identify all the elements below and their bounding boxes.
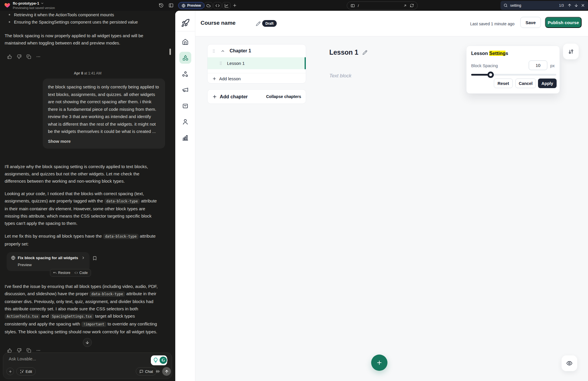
- preview-mode-button[interactable]: Preview: [178, 2, 204, 9]
- version-actions-pill: Restore Code: [50, 269, 91, 277]
- chapter-title: Chapter 1: [230, 48, 251, 54]
- sidebar-item-courses-active[interactable]: [179, 52, 191, 64]
- slider-thumb[interactable]: [487, 72, 494, 78]
- block-spacing-slider[interactable]: [471, 74, 556, 76]
- copy-icon[interactable]: [26, 348, 31, 353]
- community-icon[interactable]: [182, 71, 189, 78]
- apply-button[interactable]: Apply: [538, 79, 557, 88]
- drag-handle-icon[interactable]: [212, 49, 216, 53]
- timestamp-time: at 1:41 AM: [84, 71, 101, 75]
- more-options-icon[interactable]: [36, 348, 41, 353]
- bookmark-icon[interactable]: [92, 256, 97, 261]
- lesson-item-label: Lesson 1: [227, 61, 245, 66]
- megaphone-icon[interactable]: [182, 86, 189, 93]
- text-block-placeholder[interactable]: Text block: [329, 73, 351, 79]
- project-status: Previewing last saved version: [13, 6, 55, 10]
- cloud-button[interactable]: [204, 2, 212, 9]
- code-icon: [74, 271, 78, 275]
- store-bag-icon[interactable]: [182, 102, 189, 109]
- history-icon[interactable]: [159, 3, 164, 8]
- plus-icon: [376, 359, 383, 366]
- save-button[interactable]: Save: [520, 17, 541, 28]
- message-actions: [7, 54, 41, 59]
- user-icon[interactable]: [182, 118, 189, 125]
- lovable-logo-icon[interactable]: [4, 2, 10, 8]
- chat-mode-button[interactable]: Chat: [136, 367, 157, 375]
- thumbs-down-icon[interactable]: [17, 54, 22, 59]
- last-saved-text: Last saved 1 minute ago: [470, 22, 514, 26]
- preview-label: Preview: [187, 3, 201, 8]
- edit-lesson-title-icon[interactable]: [362, 50, 367, 55]
- analytics-button[interactable]: [222, 2, 230, 9]
- code-edit-card[interactable]: Fix block spacing for all widgets Previe…: [7, 252, 90, 271]
- search-input[interactable]: [510, 3, 557, 8]
- edit-mode-button[interactable]: Edit: [16, 367, 36, 375]
- chevron-right-icon: [81, 256, 85, 260]
- active-lesson-indicator: [305, 57, 306, 69]
- project-name[interactable]: flc-prototype-1: [13, 1, 44, 6]
- pages-icon: [351, 3, 355, 8]
- chapter-row[interactable]: Chapter 1: [208, 44, 306, 57]
- external-link-icon[interactable]: [403, 4, 407, 8]
- settings-toggle-button[interactable]: [563, 44, 579, 59]
- reset-button[interactable]: Reset: [494, 79, 513, 88]
- chat-scrollbar[interactable]: [169, 49, 171, 55]
- attach-button[interactable]: [6, 368, 14, 375]
- panel-layout-icon[interactable]: [169, 3, 174, 8]
- add-chapter-button[interactable]: Add chapter: [220, 94, 248, 99]
- settings-title-suffix: s: [505, 51, 508, 56]
- cloud-icon: [206, 3, 211, 8]
- analytics-bars-icon[interactable]: [182, 134, 189, 141]
- search-close-icon[interactable]: [581, 3, 585, 8]
- eye-icon: [566, 360, 573, 366]
- add-lesson-button[interactable]: Add lesson: [208, 73, 306, 83]
- collapse-chapters-button[interactable]: Collapse chapters: [266, 94, 301, 99]
- ask-lovable-input[interactable]: [9, 356, 134, 368]
- grammarly-widget[interactable]: G: [151, 355, 167, 365]
- grammarly-icon: G: [159, 356, 167, 364]
- plus-icon: [212, 76, 217, 81]
- search-next-icon[interactable]: [574, 3, 578, 8]
- add-lesson-label: Add lesson: [219, 76, 241, 81]
- edit-course-name-icon[interactable]: [256, 21, 261, 26]
- thumbs-down-icon[interactable]: [17, 348, 22, 353]
- search-prev-icon[interactable]: [567, 3, 572, 8]
- plus-icon: [212, 94, 217, 99]
- lesson-settings-popover: Lesson Settings Block Spacing px Reset C…: [466, 46, 560, 94]
- publish-course-button[interactable]: Publish course: [545, 17, 582, 28]
- cancel-button[interactable]: Cancel: [515, 79, 536, 88]
- lesson-list-item[interactable]: Lesson 1: [208, 57, 306, 69]
- more-options-icon[interactable]: [36, 54, 41, 59]
- preview-toggle-button[interactable]: [562, 355, 577, 371]
- add-block-fab[interactable]: [371, 355, 387, 371]
- app-preview-window: Course name Draft Last saved 1 minute ag…: [175, 11, 588, 381]
- lightbulb-icon: [153, 357, 158, 363]
- code-view-button[interactable]: [213, 2, 221, 9]
- restore-button[interactable]: Restore: [53, 271, 70, 275]
- send-button[interactable]: [162, 367, 171, 376]
- user-message-bubble: the block spacing setting is only correc…: [43, 79, 165, 149]
- spacing-unit-label: px: [550, 63, 555, 68]
- assistant-message: The block spacing is now properly applie…: [5, 32, 159, 47]
- chat-bubble-icon: [140, 370, 143, 373]
- thumbs-up-icon[interactable]: [7, 54, 12, 59]
- edit-label: Edit: [26, 369, 32, 374]
- chevron-up-icon[interactable]: [221, 49, 225, 53]
- course-title-label: Course name: [201, 20, 235, 26]
- view-code-button[interactable]: Code: [74, 271, 88, 275]
- scroll-to-bottom-button[interactable]: [83, 338, 92, 347]
- arrow-down-icon: [85, 340, 90, 345]
- voice-input-icon[interactable]: [156, 369, 160, 374]
- app-content: Chapter 1 Lesson 1 Add lesson Add chapte…: [195, 36, 588, 381]
- drag-handle-icon[interactable]: [219, 61, 223, 65]
- add-tab-icon[interactable]: [233, 3, 237, 8]
- copy-icon[interactable]: [26, 54, 31, 59]
- lesson-heading: Lesson 1: [329, 49, 367, 56]
- show-more-link[interactable]: Show more: [48, 138, 160, 145]
- refresh-icon[interactable]: [410, 3, 414, 8]
- rocket-icon[interactable]: [181, 19, 190, 27]
- home-icon[interactable]: [182, 38, 189, 45]
- thumbs-up-icon[interactable]: [7, 348, 12, 353]
- block-spacing-input[interactable]: [529, 60, 547, 70]
- url-bar[interactable]: /: [347, 1, 418, 10]
